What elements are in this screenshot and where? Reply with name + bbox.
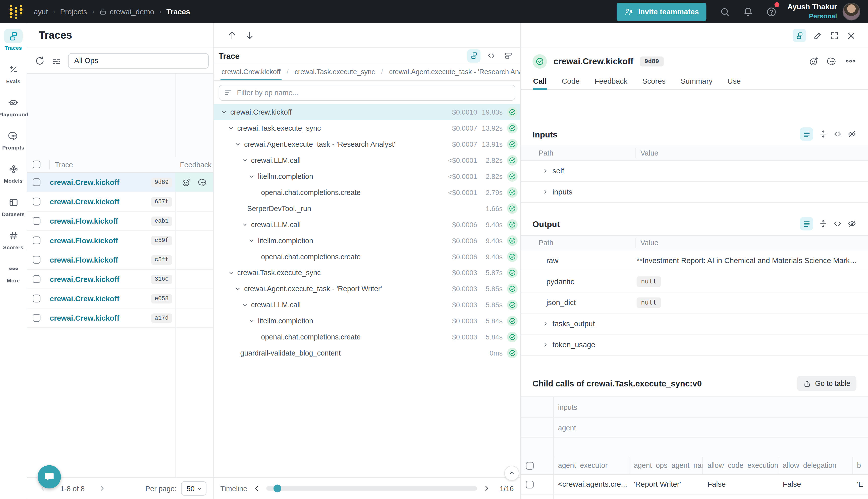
tree-row[interactable]: crewai.Agent.execute_task - 'Report Writ… (214, 281, 520, 297)
code-view-icon[interactable] (484, 49, 498, 62)
code-view-icon[interactable] (833, 219, 842, 228)
tree-row[interactable]: crewai.LLM.call$0.00035.85s (214, 297, 520, 313)
child-call-row[interactable]: <crewai.agents.cre...'Report Writer'Fals… (521, 475, 868, 495)
chevron-down-icon[interactable] (235, 141, 241, 147)
sidebar-item-datasets[interactable]: Datasets (0, 190, 27, 223)
kv-row[interactable]: self (521, 160, 868, 182)
ops-filter-dropdown[interactable]: All Ops (68, 53, 209, 68)
tree-row[interactable]: crewai.Task.execute_sync$0.00035.87s (214, 265, 520, 281)
column-header[interactable]: allow_delegation (778, 457, 853, 474)
tab-summary[interactable]: Summary (681, 74, 712, 89)
trace-row[interactable]: crewai.Flow.kickoffc5ff (27, 250, 213, 270)
search-icon[interactable] (713, 0, 737, 23)
trace-name[interactable]: crewai.Flow.kickoff (50, 236, 118, 244)
comment-icon[interactable] (198, 178, 208, 187)
expand-rows-icon[interactable] (819, 130, 828, 138)
timeline-prev-icon[interactable] (253, 485, 261, 492)
chevron-down-icon[interactable] (221, 109, 227, 115)
chevron-down-icon[interactable] (241, 302, 248, 308)
sidebar-item-prompts[interactable]: Prompts (0, 123, 27, 156)
column-header[interactable]: agent_ops_agent_nan (629, 457, 703, 474)
invite-teammates-button[interactable]: Invite teammates (617, 2, 707, 21)
notifications-bell-icon[interactable] (736, 0, 760, 23)
go-to-table-button[interactable]: Go to table (797, 376, 856, 391)
column-header[interactable]: agent_executor (554, 457, 629, 474)
prev-sibling-arrow-up-icon[interactable] (227, 30, 237, 40)
list-view-icon[interactable] (800, 127, 813, 141)
sidebar-item-models[interactable]: Models (0, 156, 27, 190)
next-sibling-arrow-down-icon[interactable] (245, 30, 255, 40)
chevron-down-icon[interactable] (249, 318, 255, 324)
call-id-badge[interactable]: 9d89 (640, 56, 663, 66)
tab-code[interactable]: Code (562, 74, 580, 89)
show-tree-icon[interactable] (793, 29, 806, 42)
hide-values-eye-icon[interactable] (847, 219, 856, 228)
more-options-icon[interactable] (845, 56, 856, 66)
trace-row[interactable]: crewai.Crew.kickoffa17d (27, 308, 213, 328)
filter-columns-icon[interactable] (51, 56, 62, 66)
row-checkbox[interactable] (33, 179, 40, 186)
breadcrumb-entity[interactable]: ayut (34, 8, 48, 16)
tree-row[interactable]: crewai.Agent.execute_task - 'Research An… (214, 136, 520, 152)
tree-row[interactable]: openai.chat.completions.create<$0.00012.… (214, 184, 520, 200)
chevron-right-icon[interactable] (543, 342, 548, 348)
column-header[interactable]: b (853, 457, 868, 474)
column-header[interactable]: allow_code_execution (703, 457, 778, 474)
code-view-icon[interactable] (833, 130, 842, 138)
help-icon[interactable] (760, 0, 783, 23)
sidebar-item-playground[interactable]: Playground (0, 90, 27, 123)
sidebar-item-traces[interactable]: Traces (0, 23, 27, 57)
tree-row[interactable]: crewai.Crew.kickoff$0.001019.83s (214, 104, 520, 120)
per-page-select[interactable]: 50 (181, 481, 207, 496)
row-checkbox[interactable] (33, 256, 40, 264)
child-call-row[interactable]: <crewai.agents.cre...'Research Analyst'F… (521, 495, 868, 499)
trace-name[interactable]: crewai.Crew.kickoff (50, 275, 119, 283)
breadcrumb-projects[interactable]: Projects (60, 8, 87, 16)
tree-row[interactable]: crewai.LLM.call<$0.00012.82s (214, 152, 520, 168)
page-next-icon[interactable] (98, 485, 106, 492)
tree-row[interactable]: crewai.Task.execute_sync$0.000713.92s (214, 120, 520, 136)
sidebar-item-evals[interactable]: Evals (0, 57, 27, 90)
hide-values-eye-icon[interactable] (847, 130, 856, 138)
trace-row[interactable]: crewai.Crew.kickoff9d89 (27, 173, 213, 192)
wandb-logo-icon[interactable] (9, 3, 24, 20)
tab-scores[interactable]: Scores (642, 74, 666, 89)
add-reaction-icon[interactable] (809, 56, 819, 66)
chevron-down-icon[interactable] (249, 173, 255, 179)
select-all-checkbox[interactable] (526, 462, 534, 469)
row-checkbox[interactable] (33, 295, 40, 303)
timeline-slider-knob[interactable] (273, 485, 281, 492)
kv-row[interactable]: token_usage (521, 334, 868, 355)
feedback-column-header[interactable]: Feedback (180, 160, 211, 169)
kv-row[interactable]: pydanticnull (521, 271, 868, 292)
sidebar-item-more[interactable]: More (0, 256, 27, 289)
tab-call[interactable]: Call (533, 74, 547, 89)
expand-rows-icon[interactable] (819, 219, 828, 228)
trace-column-header[interactable]: Trace (49, 160, 73, 169)
row-checkbox[interactable] (33, 217, 40, 225)
tree-row[interactable]: litellm.completion$0.00069.40s (214, 233, 520, 249)
tree-view-icon[interactable] (467, 49, 481, 62)
timeline-next-icon[interactable] (483, 485, 491, 492)
trace-name[interactable]: crewai.Crew.kickoff (50, 197, 119, 206)
trace-row[interactable]: crewai.Crew.kickoff657f (27, 192, 213, 211)
tree-row[interactable]: litellm.completion$0.00035.84s (214, 313, 520, 329)
add-reaction-icon[interactable] (182, 178, 191, 187)
row-checkbox[interactable] (33, 314, 40, 322)
trace-name[interactable]: crewai.Crew.kickoff (50, 314, 119, 322)
user-menu[interactable]: Ayush Thakur Personal (788, 3, 837, 20)
collapse-timeline-button[interactable] (504, 466, 519, 481)
tree-row[interactable]: crewai.LLM.call$0.00069.40s (214, 217, 520, 233)
trace-name[interactable]: crewai.Flow.kickoff (50, 217, 118, 225)
call-crumb[interactable]: crewai.Task.execute_sync (294, 64, 376, 81)
trace-name[interactable]: crewai.Crew.kickoff (50, 294, 119, 303)
sidebar-item-scorers[interactable]: Scorers (0, 223, 27, 256)
chevron-down-icon[interactable] (241, 222, 248, 228)
trace-row[interactable]: crewai.Flow.kickoffeab1 (27, 211, 213, 231)
kv-row[interactable]: raw**Investment Report: AI in Chemical a… (521, 250, 868, 271)
chevron-down-icon[interactable] (228, 270, 234, 276)
tree-row[interactable]: guardrail-validate_blog_content0ms (214, 345, 520, 361)
kv-row[interactable]: json_dictnull (521, 292, 868, 314)
row-checkbox[interactable] (33, 198, 40, 206)
tree-row[interactable]: SerperDevTool._run1.66s (214, 200, 520, 217)
